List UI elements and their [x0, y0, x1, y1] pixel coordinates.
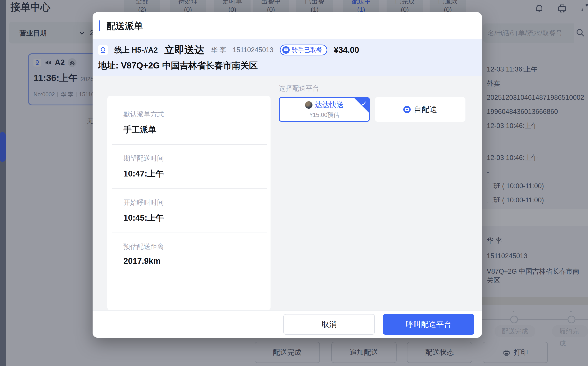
divider — [112, 233, 267, 233]
detail-label: 默认派单方式 — [123, 110, 266, 119]
divider — [112, 144, 267, 145]
rider-helmet-icon — [282, 46, 290, 54]
dada-avatar-icon — [305, 101, 312, 109]
platform-option-dada[interactable]: 达达快送 ¥15.00预估 ✓ — [279, 97, 370, 122]
cancel-button[interactable]: 取消 — [283, 314, 375, 335]
detail-label: 预估配送距离 — [123, 242, 266, 251]
platform-section-label: 选择配送平台 — [279, 84, 319, 93]
modal-title: 配送派单 — [106, 20, 143, 32]
platform-option-self[interactable]: 自配送 — [375, 97, 466, 122]
order-customer-name: 华 李 — [211, 46, 226, 54]
order-address: 地址: V87Q+2G 中国吉林省长春市南关区 — [98, 60, 258, 71]
detail-value: 2017.9km — [123, 256, 266, 266]
title-accent-bar — [99, 20, 100, 31]
dispatch-modal: 配送派单 线上 H5-#A2 立即送达 华 李 15110245013 骑手已取… — [93, 12, 482, 338]
order-amount: ¥34.00 — [334, 46, 359, 55]
delivery-type: 立即送达 — [164, 43, 204, 57]
modal-titlebar: 配送派单 — [93, 12, 482, 39]
order-summary-band: 线上 H5-#A2 立即送达 华 李 15110245013 骑手已取餐 ¥34… — [93, 39, 482, 76]
detail-value: 手工派单 — [123, 124, 266, 135]
rider-status-badge: 骑手已取餐 — [280, 45, 327, 55]
order-channel: 线上 H5-#A2 — [114, 45, 158, 55]
modal-footer: 取消 呼叫配送平台 — [93, 310, 482, 338]
self-delivery-icon — [403, 106, 411, 113]
platform-name: 达达快送 — [315, 100, 344, 110]
call-platform-button[interactable]: 呼叫配送平台 — [383, 314, 474, 335]
platform-price: ¥15.00预估 — [309, 111, 339, 119]
detail-value: 10:47:上午 — [123, 168, 266, 179]
divider — [112, 188, 267, 189]
check-icon: ✓ — [361, 99, 368, 108]
detail-label: 开始呼叫时间 — [123, 198, 266, 207]
platform-name: 自配送 — [414, 104, 437, 115]
detail-value: 10:45:上午 — [123, 212, 266, 223]
order-customer-phone: 15110245013 — [233, 46, 273, 54]
channel-logo-icon — [98, 45, 108, 55]
detail-label: 期望配送时间 — [123, 154, 266, 163]
modal-body: 默认派单方式 手工派单 期望配送时间 10:47:上午 开始呼叫时间 10:45… — [93, 76, 482, 310]
app-screen: 接单中心 全部(2) 待处理(0) 定时单(0) 出餐中(0) 已出餐(1) 配… — [0, 0, 588, 366]
dispatch-detail-card: 默认派单方式 手工派单 期望配送时间 10:47:上午 开始呼叫时间 10:45… — [107, 96, 271, 310]
